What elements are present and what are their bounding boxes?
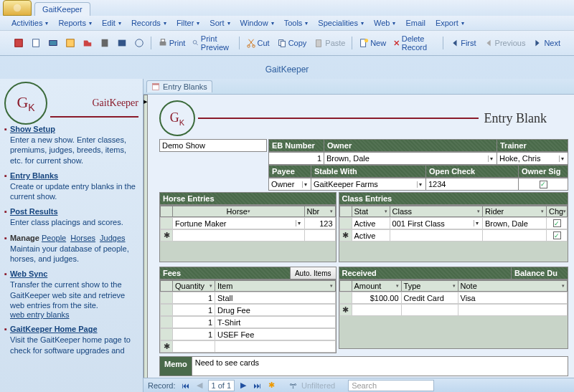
menu-edit[interactable]: Edit: [102, 19, 121, 27]
filter-icon[interactable]: 🝖: [289, 381, 297, 390]
nav-manage-horses[interactable]: Horses: [70, 234, 95, 242]
menu-reports[interactable]: Reports: [58, 19, 92, 27]
form-tab-entry-blanks[interactable]: Entry Blanks: [146, 80, 212, 92]
menu-specialities[interactable]: Specialities: [318, 19, 364, 27]
app-title: GaitKeeper: [0, 56, 574, 77]
hdr-payee: Payee: [268, 165, 311, 178]
new-button[interactable]: New: [357, 37, 388, 49]
menu-sort[interactable]: Sort: [210, 19, 230, 27]
nav-home-page[interactable]: GaitKeeper Home Page: [10, 325, 98, 333]
new-label: New: [370, 39, 386, 47]
menu-export[interactable]: Export: [436, 19, 464, 27]
menu-window[interactable]: Window: [240, 19, 274, 27]
chg-check[interactable]: [553, 219, 561, 227]
svg-rect-8: [159, 42, 166, 45]
nav-manage-people[interactable]: People: [42, 234, 66, 242]
ribbon-tab-gaitkeeper[interactable]: GaitKeeper: [34, 2, 90, 16]
nav-manage-judges[interactable]: Judges: [100, 234, 125, 242]
chg-check-2[interactable]: [553, 231, 561, 239]
logo-text: GaitKeeper: [92, 97, 138, 109]
class-row[interactable]: Active001 First ClassBrown, Dale: [339, 217, 568, 229]
nav-entry-blanks[interactable]: Entry Blanks: [10, 171, 58, 180]
hdr-owner-sig: Owner Sig: [518, 165, 568, 178]
form-logo-icon: GK: [159, 100, 195, 136]
svg-rect-9: [161, 39, 164, 42]
menu-tools[interactable]: Tools: [284, 19, 309, 27]
owner-sig-check[interactable]: [540, 181, 547, 188]
tool-icon-6[interactable]: [98, 37, 112, 49]
menu-email[interactable]: Email: [405, 19, 425, 27]
cut-button[interactable]: Cut: [244, 37, 272, 49]
previous-button[interactable]: Previous: [481, 37, 528, 49]
nav-next-icon[interactable]: ▶: [239, 381, 248, 390]
delete-record-label: Delete Record: [402, 34, 436, 52]
search-box[interactable]: Search: [348, 380, 434, 391]
nav-show-setup[interactable]: Show Setup: [10, 125, 55, 133]
show-name-input[interactable]: [162, 141, 264, 150]
copy-button[interactable]: Copy: [275, 37, 309, 49]
nav-post-results[interactable]: Post Results: [10, 207, 58, 216]
svg-rect-2: [33, 39, 39, 47]
office-orb[interactable]: [3, 0, 32, 16]
delete-record-button[interactable]: Delete Record: [391, 33, 438, 53]
tool-icon-8[interactable]: [132, 37, 146, 49]
nav-web-sync[interactable]: Web Sync: [10, 269, 47, 278]
next-button[interactable]: Next: [530, 37, 563, 49]
stable-with-value[interactable]: GaitKeeper Farms: [314, 180, 378, 188]
horse-row[interactable]: Fortune Maker123: [160, 217, 336, 229]
tool-icon-1[interactable]: [11, 37, 26, 49]
horse-row-new[interactable]: ✱: [160, 229, 336, 242]
print-preview-button[interactable]: Print Preview: [190, 33, 235, 53]
tool-icon-5[interactable]: [80, 37, 95, 49]
memo-label: Memo: [159, 356, 192, 376]
svg-rect-5: [102, 39, 108, 47]
fee-row-new[interactable]: ✱: [160, 340, 336, 353]
auto-items-button[interactable]: Auto. Items: [290, 267, 337, 279]
menu-web[interactable]: Web: [374, 19, 395, 27]
svg-point-10: [194, 40, 197, 44]
tool-icon-3[interactable]: [46, 37, 60, 49]
svg-rect-6: [118, 40, 126, 47]
tool-icon-2[interactable]: [29, 37, 43, 49]
owner-value[interactable]: Brown, Dale: [326, 154, 370, 163]
fee-row[interactable]: 1Stall: [160, 292, 336, 304]
open-check-value[interactable]: 1234: [428, 180, 446, 188]
horse-entries-grid: Horse▾ Nbr▾ Fortune Maker123 ✱: [159, 205, 337, 262]
fee-row[interactable]: 1USEF Fee: [160, 328, 336, 340]
trainer-value[interactable]: Hoke, Chris: [499, 154, 540, 163]
menubar: Activities Reports Edit Records Filter S…: [0, 16, 574, 31]
first-button[interactable]: First: [447, 37, 478, 49]
hdr-received: Received: [339, 267, 512, 279]
content-area: Entry Blanks ▸ GK Entry Blank EB Number …: [144, 79, 574, 392]
nav-manage-desc: Maintain your database of people, horses…: [10, 244, 138, 264]
eb-number-value[interactable]: 1: [317, 154, 321, 163]
received-row[interactable]: $100.00Credit CardVisa: [339, 292, 568, 304]
form-title: Entry Blank: [484, 111, 547, 126]
tool-icon-4[interactable]: [63, 37, 77, 49]
svg-rect-14: [281, 41, 285, 47]
tool-icon-7[interactable]: [115, 37, 129, 49]
nav-web-entry-blanks[interactable]: web entry blanks: [10, 310, 70, 319]
menu-filter[interactable]: Filter: [177, 19, 199, 27]
nav-new-icon[interactable]: ✱: [267, 381, 276, 390]
svg-rect-3: [50, 41, 57, 46]
class-row-new[interactable]: ✱Active: [339, 229, 568, 242]
class-entries-grid: Stat▾ Class▾ Rider▾ Chg▾ Active001 First…: [339, 205, 568, 262]
received-row-new[interactable]: ✱: [339, 304, 568, 316]
nav-first-icon[interactable]: ⏮: [180, 381, 191, 390]
memo-input[interactable]: [195, 358, 565, 367]
paste-button[interactable]: Paste: [311, 37, 347, 49]
payee-value[interactable]: Owner: [271, 180, 294, 188]
nav-home-page-desc: Visit the GaitKeeper home page to check …: [10, 335, 138, 355]
statusbar: Record: ⏮ ◀ 1 of 1 ▶ ⏭ ✱ 🝖 Unfiltered Se…: [144, 378, 574, 392]
hdr-open-check: Open Check: [425, 165, 519, 178]
menu-activities[interactable]: Activities: [11, 19, 48, 27]
menu-records[interactable]: Records: [131, 19, 166, 27]
print-button[interactable]: Print: [156, 37, 188, 49]
fee-row[interactable]: 1Drug Fee: [160, 304, 336, 316]
nav-last-icon[interactable]: ⏭: [252, 381, 263, 390]
fee-row[interactable]: 1T-Shirt: [160, 316, 336, 328]
nav-prev-icon[interactable]: ◀: [195, 381, 204, 390]
sidebar: GK GaitKeeper Show SetupEnter a new show…: [0, 79, 144, 392]
logo-icon: GK: [4, 82, 47, 125]
